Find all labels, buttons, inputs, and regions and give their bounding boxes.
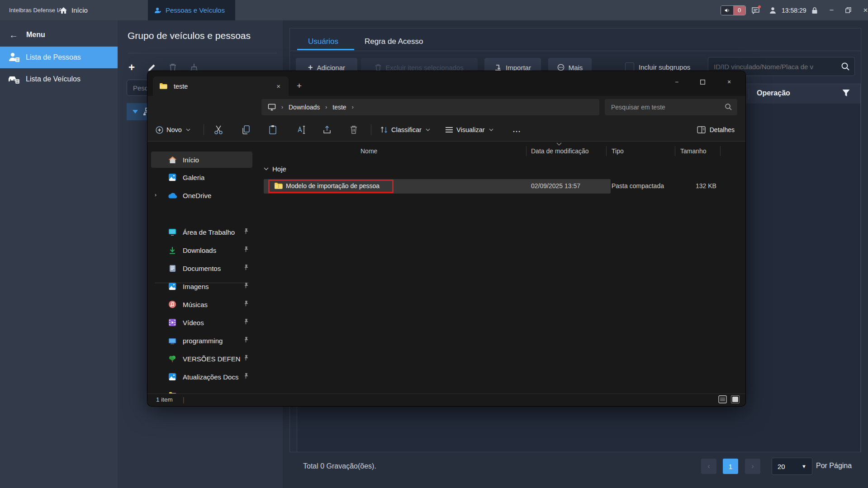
edit-group-icon[interactable] bbox=[147, 63, 156, 72]
view-button-label: Visualizar bbox=[456, 126, 485, 133]
column-divider bbox=[749, 89, 749, 99]
breadcrumb[interactable]: › Downloads › teste › bbox=[261, 99, 599, 115]
app-top-bar: Intelbras Defense IA Início Pessoas e Ve… bbox=[0, 0, 868, 20]
new-button[interactable]: Novo bbox=[156, 118, 190, 141]
copy-icon[interactable] bbox=[241, 124, 251, 135]
nav-item-inicio[interactable]: Início bbox=[151, 152, 252, 168]
explorer-close-button[interactable]: × bbox=[727, 78, 731, 85]
app-minimize-button[interactable]: − bbox=[830, 6, 834, 15]
nav-item-imagens[interactable]: Imagens bbox=[151, 278, 252, 294]
group-panel-title: Grupo de veículos e pessoas bbox=[128, 30, 251, 41]
nav-item-versoes-defense-ia[interactable]: VERSÕES DEFENSE IA bbox=[151, 351, 252, 367]
delete-icon[interactable] bbox=[349, 124, 358, 135]
nav-item-area-de-trabalho[interactable]: Área de Trabalho bbox=[151, 224, 252, 240]
sidebar-item-lista-pessoas[interactable]: Lista de Pessoas bbox=[0, 47, 118, 68]
footer-total: Total 0 Gravação(ões). bbox=[303, 462, 376, 470]
file-date: 02/09/2025 13:57 bbox=[531, 182, 580, 190]
column-header-data[interactable]: Data de modificação bbox=[531, 147, 589, 155]
toolbar-divider bbox=[371, 124, 371, 135]
breadcrumb-chevron-icon: › bbox=[325, 104, 327, 110]
nav-item-downloads[interactable]: Downloads bbox=[151, 242, 252, 258]
messages-icon[interactable] bbox=[752, 7, 759, 14]
column-header-tamanho[interactable]: Tamanho bbox=[680, 147, 707, 155]
tab-close-icon[interactable]: × bbox=[276, 82, 280, 90]
rename-icon[interactable] bbox=[295, 124, 306, 135]
add-group-icon[interactable]: + bbox=[128, 61, 135, 74]
pin-icon bbox=[243, 228, 249, 234]
column-header-nome[interactable]: Nome bbox=[360, 147, 377, 155]
clear-group-icon[interactable] bbox=[190, 63, 199, 72]
nav-item-label: Área de Trabalho bbox=[183, 228, 235, 236]
nav-item-galeria[interactable]: Galeria bbox=[151, 169, 252, 185]
filter-icon[interactable] bbox=[842, 89, 850, 97]
nav-item-programming[interactable]: programming bbox=[151, 332, 252, 349]
sidebar-item-lista-veiculos[interactable]: Lista de Veículos bbox=[0, 68, 118, 90]
share-icon[interactable] bbox=[322, 124, 333, 135]
breadcrumb-chevron-icon: › bbox=[352, 104, 354, 110]
paste-icon[interactable] bbox=[268, 124, 278, 135]
tab-pessoas-veiculos[interactable]: Pessoas e Veículos bbox=[148, 0, 235, 20]
breadcrumb-item-teste[interactable]: teste bbox=[332, 104, 346, 111]
explorer-nav-pane: Início Galeria › OneDrive Área d bbox=[147, 142, 256, 393]
pin-icon bbox=[243, 318, 249, 325]
chevron-down-icon: ▼ bbox=[802, 464, 806, 469]
nav-item-label: OneDrive bbox=[183, 192, 211, 199]
chevron-right-icon[interactable]: › bbox=[155, 192, 157, 198]
explorer-tab[interactable]: teste × bbox=[153, 76, 289, 96]
details-pane-label: Detalhes bbox=[710, 126, 735, 133]
details-pane-button[interactable]: Detalhes bbox=[697, 118, 735, 141]
page-current-button[interactable]: 1 bbox=[723, 459, 738, 474]
folder-icon bbox=[159, 83, 167, 90]
tab-usuarios[interactable]: Usuários bbox=[308, 37, 338, 46]
column-divider[interactable] bbox=[526, 146, 526, 156]
breadcrumb-item-downloads[interactable]: Downloads bbox=[289, 104, 320, 111]
nav-item-partial[interactable] bbox=[151, 387, 252, 393]
view-button[interactable]: Visualizar bbox=[445, 118, 493, 141]
desktop-icon bbox=[167, 228, 177, 236]
tree-expand-icon[interactable] bbox=[133, 110, 138, 114]
explorer-title-bar[interactable]: teste × + − × bbox=[147, 71, 745, 96]
nav-item-videos[interactable]: Vídeos bbox=[151, 314, 252, 331]
lock-icon[interactable] bbox=[811, 7, 818, 14]
toolbar-more-button[interactable]: ... bbox=[513, 118, 521, 141]
file-name[interactable]: Modelo de importação de pessoa bbox=[286, 182, 379, 190]
tab-home[interactable]: Início bbox=[53, 0, 94, 20]
user-icon[interactable] bbox=[769, 7, 776, 14]
back-arrow-icon[interactable]: ← bbox=[9, 30, 18, 40]
explorer-search-box[interactable]: Pesquisar em teste bbox=[605, 99, 737, 115]
nav-item-atualizacoes-docs[interactable]: Atualizações Docs bbox=[151, 369, 252, 385]
explorer-minimize-button[interactable]: − bbox=[675, 78, 678, 85]
app-close-button[interactable]: × bbox=[863, 6, 868, 15]
this-pc-icon[interactable] bbox=[268, 104, 276, 111]
explorer-maximize-button[interactable] bbox=[700, 80, 705, 85]
page-next-button[interactable]: › bbox=[745, 459, 760, 474]
pin-icon bbox=[243, 246, 249, 252]
cut-icon[interactable] bbox=[213, 124, 223, 135]
page-size-select[interactable]: 20 ▼ bbox=[772, 458, 812, 475]
nav-item-onedrive[interactable]: › OneDrive bbox=[151, 187, 252, 204]
search-icon[interactable] bbox=[725, 103, 732, 110]
group-header-hoje[interactable]: Hoje bbox=[264, 165, 286, 173]
search-icon[interactable] bbox=[841, 62, 850, 71]
people-vehicles-icon bbox=[154, 7, 161, 14]
tab-regra-de-acesso[interactable]: Regra de Acesso bbox=[365, 37, 423, 46]
nav-item-documentos[interactable]: Documentos bbox=[151, 260, 252, 276]
column-divider[interactable] bbox=[606, 146, 607, 156]
column-header-tipo[interactable]: Tipo bbox=[612, 147, 624, 155]
sort-button[interactable]: Classificar bbox=[380, 118, 430, 141]
delete-group-icon[interactable] bbox=[169, 63, 177, 72]
nav-item-musicas[interactable]: Músicas bbox=[151, 296, 252, 313]
include-subgroups-checkbox[interactable] bbox=[625, 62, 634, 71]
large-icons-view-icon[interactable] bbox=[731, 395, 740, 403]
pin-icon bbox=[243, 355, 249, 361]
alarm-volume-widget[interactable]: 0 bbox=[721, 0, 746, 20]
person-list-icon bbox=[7, 52, 21, 63]
column-divider[interactable] bbox=[675, 146, 675, 156]
page-prev-button[interactable]: ‹ bbox=[701, 459, 716, 474]
column-divider[interactable] bbox=[720, 146, 721, 156]
nav-item-label: Músicas bbox=[183, 301, 208, 308]
new-tab-button[interactable]: + bbox=[297, 81, 302, 91]
app-restore-button[interactable] bbox=[845, 7, 851, 13]
details-view-icon[interactable] bbox=[718, 395, 727, 403]
add-button-label: Adicionar bbox=[317, 64, 345, 71]
